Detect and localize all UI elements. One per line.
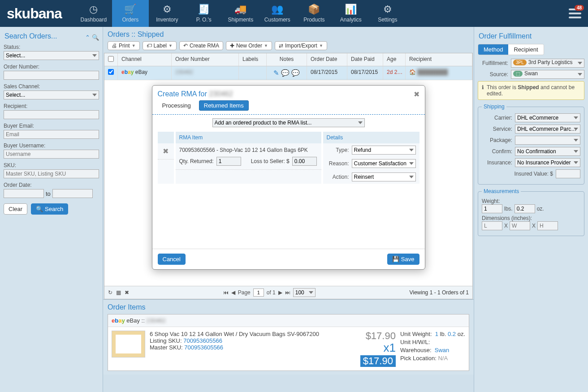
page-input[interactable]	[253, 289, 264, 297]
col-details: Details	[323, 132, 419, 143]
col-odate[interactable]: Order Date	[307, 53, 347, 66]
carrier-select[interactable]: DHL eCommerce	[515, 113, 580, 122]
collapse-icon[interactable]: ⌃	[85, 34, 90, 41]
dim-w[interactable]	[510, 221, 530, 230]
house-icon: 🏠	[409, 69, 416, 75]
buyeruser-label: Buyer Username:	[4, 142, 99, 149]
users-icon: 👥	[271, 4, 283, 15]
nav-customers[interactable]: 👥Customers	[259, 0, 296, 27]
nav-po[interactable]: 🧾P. O.'s	[186, 0, 222, 27]
search-button[interactable]: 🔍 Search	[31, 203, 68, 215]
prev-icon[interactable]: ◀	[231, 289, 235, 296]
next-icon[interactable]: ▶	[278, 289, 282, 296]
last-icon[interactable]: ⏭	[285, 289, 290, 296]
grid-footer: ↻▦✖ ⏮◀ Page of 1 ▶⏭ 100 Viewing 1 - 1 Or…	[104, 286, 472, 299]
first-icon[interactable]: ⏮	[223, 289, 229, 296]
truck-icon: 🚚	[234, 4, 246, 15]
import-export-button[interactable]: ⇄ Import/Export ▼	[275, 41, 327, 50]
cart-icon: 🛒	[124, 4, 136, 15]
nav-dashboard[interactable]: ◷Dashboard	[75, 0, 112, 27]
col-rma-item: RMA Item	[176, 132, 321, 143]
package-select[interactable]	[515, 136, 580, 145]
buyeruser-input[interactable]	[4, 150, 99, 159]
ordernum-input[interactable]	[4, 71, 99, 80]
toolbar: 🖨 Print ▼ 🏷 Label ▼ ↶ Create RMA ✚ New O…	[103, 41, 474, 53]
label-button[interactable]: 🏷 Label ▼	[143, 41, 177, 50]
nav-products[interactable]: 📦Products	[296, 0, 333, 27]
row-checkbox[interactable]	[108, 69, 114, 75]
table-row[interactable]: ebay eBay 230462 ✎💬💬 08/17/2015 08/17/20…	[104, 66, 472, 80]
nav-orders[interactable]: 🛒Orders	[112, 0, 149, 27]
nav-shipments[interactable]: 🚚Shipments	[222, 0, 259, 27]
clear-button[interactable]: Clear	[4, 203, 27, 215]
fulfill-title: Order Fulfillment	[478, 30, 584, 44]
reason-select[interactable]: Customer Satisfaction	[352, 159, 416, 168]
warehouse-link[interactable]: Swan	[435, 347, 450, 353]
menu-toggle[interactable]: 48	[569, 9, 581, 18]
action-select[interactable]: Reinsert	[352, 172, 416, 181]
comment2-icon[interactable]: 💬	[291, 69, 300, 77]
cancel-button[interactable]: Cancel	[158, 254, 186, 265]
print-button[interactable]: 🖨 Print ▼	[108, 41, 140, 50]
nav-settings[interactable]: ⚙Settings	[369, 0, 406, 27]
comment-icon[interactable]: 💬	[281, 69, 290, 77]
loss-to-seller[interactable]	[292, 157, 317, 166]
ebay-icon: ebay	[112, 317, 125, 324]
nav-analytics[interactable]: 📊Analytics	[333, 0, 369, 27]
columns-icon[interactable]: ▦	[116, 289, 121, 296]
insured-value-input[interactable]	[556, 169, 580, 178]
col-age[interactable]: Age	[383, 53, 406, 66]
tab-returned-items[interactable]: Returned Items	[199, 100, 249, 111]
item-header: ebay eBay :: 230462	[108, 314, 469, 327]
edit-icon[interactable]: ✎	[273, 69, 279, 77]
source-select[interactable]: ⬚Swan	[511, 70, 584, 79]
col-notes[interactable]: Notes	[267, 53, 307, 66]
orderdate-label: Order Date:	[4, 182, 99, 188]
col-order[interactable]: Order Number	[172, 53, 239, 66]
col-pdate[interactable]: Date Paid	[347, 53, 383, 66]
date-from[interactable]	[4, 189, 44, 198]
col-recipient[interactable]: Recipient	[406, 53, 472, 66]
col-labels[interactable]: Labels	[239, 53, 267, 66]
dim-h[interactable]	[537, 221, 558, 230]
type-select[interactable]: Refund	[352, 146, 416, 155]
item-spec: Unit Weight: 1 lb. 0.2 oz. Unit H/W/L: W…	[400, 331, 465, 367]
refresh-icon[interactable]: ↻	[108, 289, 112, 296]
buyeremail-label: Buyer Email:	[4, 123, 99, 129]
qty-returned[interactable]	[216, 157, 241, 166]
date-to[interactable]	[52, 189, 93, 198]
close-icon[interactable]: ✖	[125, 289, 129, 296]
save-button[interactable]: 💾 Save	[387, 254, 419, 265]
col-channel[interactable]: Channel	[118, 53, 172, 66]
buyeremail-input[interactable]	[4, 130, 99, 139]
insurance-select[interactable]: No Insurance Provider	[515, 158, 580, 167]
new-order-button[interactable]: ✚ New Order ▼	[226, 41, 272, 50]
fulfill-tabs: Method Recipient	[478, 44, 544, 55]
nav-items: ◷Dashboard 🛒Orders ⚙Inventory 🧾P. O.'s 🚚…	[75, 0, 406, 27]
saleschan-select[interactable]: Select...	[4, 90, 99, 99]
nav-inventory[interactable]: ⚙Inventory	[149, 0, 186, 27]
tab-method[interactable]: Method	[478, 44, 508, 55]
status-select[interactable]: Select...	[4, 51, 99, 60]
confirm-select[interactable]: No Confirmation	[515, 147, 580, 156]
listing-sku[interactable]: 700953605566	[183, 337, 222, 344]
master-sku[interactable]: 700953605566	[184, 344, 223, 351]
fulfillment-select[interactable]: 3PL3rd Party Logistics	[511, 59, 584, 68]
tab-recipient[interactable]: Recipient	[508, 44, 543, 55]
weight-oz[interactable]	[514, 204, 535, 213]
shipped-info: ℹThis order is Shipped and cannot be edi…	[478, 81, 584, 100]
modal-close[interactable]: ✖	[414, 90, 419, 99]
sku-input[interactable]	[4, 169, 99, 178]
tab-processing[interactable]: Processing	[158, 101, 195, 110]
remove-item[interactable]: ✖	[163, 147, 169, 155]
unit-price: $17.90	[351, 331, 396, 341]
dim-l[interactable]	[482, 221, 502, 230]
weight-lbs[interactable]	[482, 204, 502, 213]
select-all[interactable]	[108, 56, 114, 62]
create-rma-button[interactable]: ↶ Create RMA	[179, 41, 223, 50]
add-product-select[interactable]: Add an ordered product to the RMA list..…	[212, 118, 365, 127]
recipient-input[interactable]	[4, 110, 99, 119]
search-icon[interactable]: 🔍	[92, 34, 99, 41]
service-select[interactable]: DHL eCommerce Parc…	[515, 125, 580, 134]
pagesize-select[interactable]: 100	[293, 288, 316, 297]
